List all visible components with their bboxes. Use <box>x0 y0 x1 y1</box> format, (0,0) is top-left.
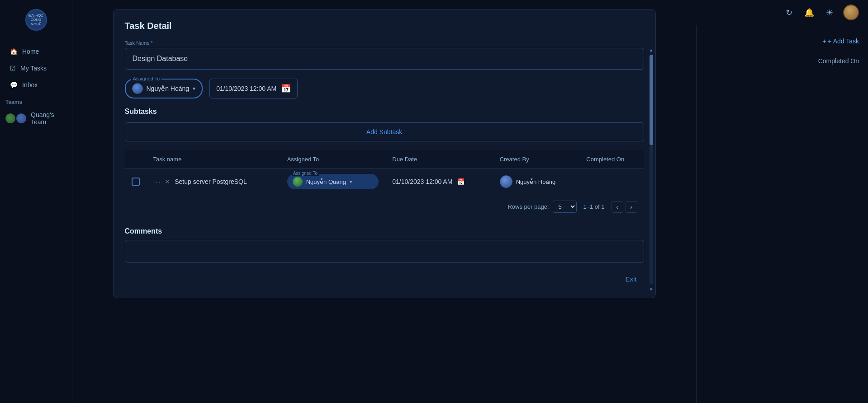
rows-per-page-label: Rows per page: <box>508 203 549 210</box>
subtask-calendar-icon[interactable]: 📅 <box>457 178 465 185</box>
plus-icon: + <box>822 37 826 45</box>
subtasks-table: Task name Assigned To Due Date Created B… <box>125 150 644 195</box>
add-subtask-button[interactable]: Add Subtask <box>125 122 644 141</box>
task-detail-dialog: Task Detail Task Name * Assigned To Nguy… <box>113 9 656 298</box>
sidebar-nav: 🏠 Home ☑ My Tasks 💬 Inbox <box>0 44 72 92</box>
col-checkbox <box>125 150 147 169</box>
app-logo[interactable]: ĐẠI HỌCCÔNG NGHỆ <box>25 9 47 31</box>
assignee-cell: Assigned To Nguyễn Quang ▾ <box>280 169 386 195</box>
task-name-label: Task Name * <box>125 40 644 46</box>
more-actions-icon[interactable]: ··· <box>153 178 161 185</box>
creator-name: Nguyễn Hoàng <box>516 178 556 185</box>
sidebar-item-label: Inbox <box>22 81 38 89</box>
logo-text: ĐẠI HỌCCÔNG NGHỆ <box>26 13 46 28</box>
team-name: Quang's Team <box>31 111 66 126</box>
refresh-icon[interactable]: ↻ <box>782 6 796 19</box>
scrollbar-down-icon[interactable]: ▼ <box>650 286 653 292</box>
sidebar-logo: ĐẠI HỌCCÔNG NGHỆ <box>0 5 72 35</box>
due-date-cell: 01/10/2023 12:00 AM 📅 <box>385 169 493 195</box>
delete-subtask-icon[interactable]: ✕ <box>165 178 170 185</box>
creator-avatar <box>500 175 512 188</box>
subtasks-heading: Subtasks <box>125 108 644 116</box>
team-avatar-1 <box>5 113 15 123</box>
subtask-assignee-avatar <box>293 177 303 187</box>
table-row: ··· ✕ Setup server PostgreSQL Assigned T… <box>125 169 644 195</box>
completed-on-heading: Completed On <box>706 57 859 65</box>
sidebar-item-label: My Tasks <box>20 65 47 72</box>
table-page-info: 1–1 of 1 <box>583 203 605 210</box>
home-icon: 🏠 <box>10 48 18 55</box>
scrollbar-thumb[interactable] <box>650 55 653 145</box>
assigned-to-dropdown[interactable]: Assigned To Nguyễn Hoàng ▾ <box>125 79 203 98</box>
team-avatar-2 <box>16 113 26 123</box>
col-assigned-to: Assigned To <box>280 150 386 169</box>
dialog-title: Task Detail <box>125 21 644 31</box>
completed-on-cell <box>579 169 644 195</box>
assignment-row: Assigned To Nguyễn Hoàng ▾ 01/10/2023 12… <box>125 79 644 98</box>
chevron-down-icon: ▾ <box>193 85 195 92</box>
table-prev-button[interactable]: ‹ <box>612 201 623 213</box>
check-icon: ☑ <box>10 65 16 72</box>
calendar-icon[interactable]: 📅 <box>281 84 291 94</box>
dialog-scrollbar[interactable]: ▲ ▼ <box>650 55 653 284</box>
notification-icon[interactable]: 🔔 <box>802 6 816 19</box>
task-actions: ··· ✕ <box>153 178 171 185</box>
col-created-by: Created By <box>493 150 580 169</box>
dialog-overlay: Task Detail Task Name * Assigned To Nguy… <box>72 0 696 403</box>
message-icon: 💬 <box>10 81 18 89</box>
settings-icon[interactable]: ☀ <box>823 6 836 19</box>
table-next-button[interactable]: › <box>626 201 637 213</box>
task-checkbox[interactable] <box>132 178 140 186</box>
comments-heading: Comments <box>125 227 644 235</box>
col-completed-on: Completed On <box>579 150 644 169</box>
scrollbar-up-icon[interactable]: ▲ <box>650 47 653 53</box>
task-name-group: Task Name * <box>125 40 644 70</box>
assigned-name: Nguyễn Hoàng <box>147 85 190 92</box>
sidebar-item-team[interactable]: Quang's Team <box>0 108 72 129</box>
rows-per-page-group: Rows per page: 5 10 25 <box>508 201 576 213</box>
row-checkbox-cell <box>125 169 147 195</box>
due-date-group: 01/10/2023 12:00 AM 📅 <box>209 79 298 98</box>
assignee-label: Assigned To <box>292 171 319 176</box>
subtask-assignee-name: Nguyễn Quang <box>306 178 346 185</box>
created-by-cell: Nguyễn Hoàng <box>493 169 580 195</box>
teams-label: Teams <box>0 92 72 108</box>
table-pagination-arrows: ‹ › <box>612 201 637 213</box>
subtask-assigned-dropdown[interactable]: Assigned To Nguyễn Quang ▾ <box>287 174 379 189</box>
user-avatar[interactable] <box>843 5 859 20</box>
right-panel: + + Add Task Completed On 1–3 of 3 ‹ › <box>696 25 868 403</box>
subtask-name: Setup server PostgreSQL <box>175 178 247 185</box>
sidebar-item-home[interactable]: 🏠 Home <box>5 44 67 59</box>
due-date-value: 01/10/2023 12:00 AM <box>216 85 276 92</box>
add-task-label: + Add Task <box>828 37 859 45</box>
sidebar: ĐẠI HỌCCÔNG NGHỆ 🏠 Home ☑ My Tasks 💬 Inb… <box>0 0 72 403</box>
table-pagination: Rows per page: 5 10 25 1–1 of 1 ‹ › <box>125 195 644 218</box>
col-task-name: Task name <box>147 150 280 169</box>
add-task-button[interactable]: + + Add Task <box>822 34 859 48</box>
subtask-due-date: 01/10/2023 12:00 AM <box>392 178 452 185</box>
comment-input[interactable] <box>125 240 644 262</box>
comments-section: Comments <box>125 227 644 262</box>
task-name-input[interactable] <box>125 48 644 70</box>
subtask-chevron-icon: ▾ <box>350 179 352 185</box>
dialog-footer: Exit <box>125 272 644 286</box>
sidebar-item-my-tasks[interactable]: ☑ My Tasks <box>5 61 67 75</box>
sidebar-item-label: Home <box>22 48 39 55</box>
task-name-cell: ··· ✕ Setup server PostgreSQL <box>147 169 280 195</box>
col-due-date: Due Date <box>385 150 493 169</box>
sidebar-item-inbox[interactable]: 💬 Inbox <box>5 78 67 92</box>
assigned-avatar <box>132 83 143 94</box>
team-avatars <box>5 113 26 123</box>
rows-per-page-select[interactable]: 5 10 25 <box>553 201 577 213</box>
assigned-to-label: Assigned To <box>131 76 162 81</box>
exit-button[interactable]: Exit <box>618 272 644 286</box>
